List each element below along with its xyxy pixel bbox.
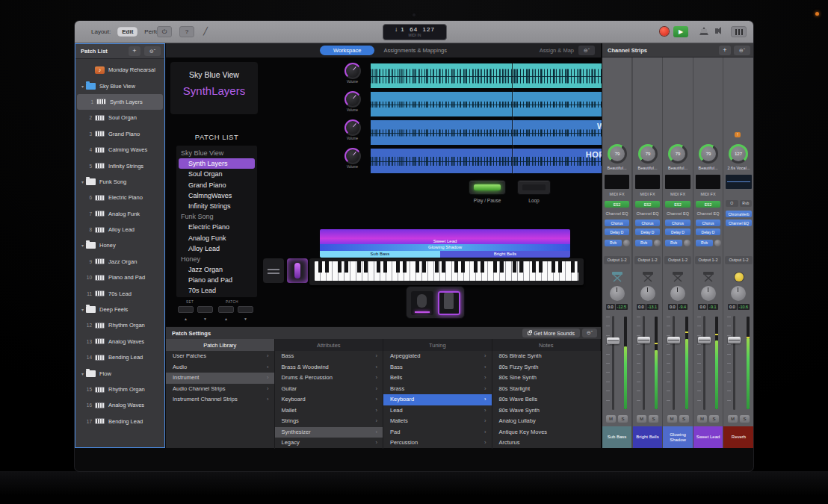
patch-row[interactable]: 13Analog Waves [75, 334, 164, 349]
mute-button[interactable]: M [728, 415, 738, 423]
send-slot[interactable]: Rvb [605, 239, 630, 246]
master-mute-icon[interactable] [715, 28, 718, 34]
instrument-slot[interactable]: ES2 [696, 201, 720, 208]
eq-thumbnail[interactable] [665, 175, 690, 189]
patch-row[interactable]: 14Bending Lead [75, 349, 164, 365]
send-knob[interactable] [684, 240, 690, 246]
audio-fx-slot[interactable]: Channel EQ [602, 211, 631, 216]
disclosure-icon[interactable]: ▾ [75, 371, 86, 376]
audio-fx-slot[interactable]: ChromaVerb [726, 211, 752, 217]
record-button[interactable] [660, 27, 669, 36]
library-item[interactable]: Instrument› [166, 373, 274, 384]
tab-workspace[interactable]: Workspace [320, 46, 374, 55]
set-row[interactable]: ▾Deep Feels [75, 302, 164, 317]
instrument-slot[interactable]: ES2 [635, 201, 660, 208]
audio-fx-slot[interactable]: Chorus [605, 220, 629, 226]
send-knob[interactable] [654, 240, 661, 246]
add-patch-button[interactable]: + [129, 46, 140, 56]
patch-row[interactable]: 3Grand Piano [75, 126, 164, 142]
volume-value[interactable]: 0.0 [637, 304, 646, 310]
list-item[interactable]: Jazz Organ [176, 264, 257, 275]
tab-patch-library[interactable]: Patch Library [166, 339, 275, 351]
list-item[interactable]: 70s Lead [176, 285, 257, 296]
tab-attributes[interactable]: Attributes [275, 339, 384, 351]
output-slot[interactable]: Output 1-2 [695, 256, 721, 264]
patch-row[interactable]: 12Rhythm Organ [75, 317, 164, 333]
eq-thumbnail[interactable] [726, 175, 752, 189]
library-item[interactable]: 80s Fizzy Synth [492, 362, 602, 373]
mute-button[interactable]: M [667, 415, 677, 423]
list-item[interactable]: Analog Funk [176, 233, 257, 243]
patch-row[interactable]: 5Infinity Strings [75, 158, 164, 173]
set-row[interactable]: ▾Funk Song [75, 174, 164, 190]
library-item[interactable]: Instrument Channel Strips› [166, 394, 274, 405]
audio-fx-slot[interactable]: Chorus [635, 220, 660, 226]
mod-wheel[interactable] [287, 258, 308, 283]
patch-settings-action-menu[interactable]: ⊖ˇ [582, 329, 597, 337]
disclosure-icon[interactable]: ▾ [75, 84, 86, 89]
patch-row[interactable]: 2Soul Organ [75, 110, 164, 125]
add-channel-strip-button[interactable]: + [719, 46, 731, 55]
library-item[interactable]: Arpeggiated› [383, 351, 492, 362]
library-item[interactable]: Analog Lullaby [492, 416, 602, 427]
patch-row[interactable]: 7Analog Funk [75, 206, 164, 222]
workspace-action-menu[interactable]: ⊖ˇ [578, 46, 595, 55]
set-row[interactable]: ▾Flow [75, 365, 164, 381]
send-slot[interactable]: Rvb [696, 239, 721, 246]
list-item[interactable]: Infinity Strings [176, 201, 257, 211]
solo-button[interactable]: S [740, 415, 750, 423]
list-item[interactable]: Grand Piano [176, 180, 257, 190]
library-item[interactable]: 80s Starlight [492, 384, 602, 395]
pan-knob[interactable] [640, 286, 655, 301]
sustain-pedal[interactable] [438, 291, 460, 315]
patch-row[interactable]: 15Rhythm Organ [75, 382, 164, 397]
tab-tuning[interactable]: Tuning [383, 339, 492, 351]
library-item[interactable]: Legacy› [275, 438, 383, 449]
output-slot[interactable]: Output 1-2 [604, 256, 630, 264]
smart-knob[interactable]: 79 [638, 144, 658, 164]
library-item[interactable]: Mallet› [275, 405, 383, 417]
library-item[interactable]: Audio Channel Strips› [166, 384, 274, 395]
channel-strip-view-button[interactable] [731, 26, 747, 37]
output-slot[interactable]: Output 1-2 [634, 256, 661, 264]
library-item[interactable]: Keyboard› [275, 394, 383, 405]
metronome-icon[interactable] [699, 27, 708, 35]
library-item[interactable]: Synthesizer› [275, 427, 383, 438]
patch-list-action-menu[interactable]: ⊖ˇ [144, 46, 161, 56]
audio-fx-slot[interactable]: Delay D [605, 228, 629, 235]
library-item[interactable]: Bass› [275, 351, 383, 362]
audio-fx-slot[interactable]: Channel EQ [633, 211, 662, 216]
fader[interactable] [602, 314, 631, 411]
eq-thumbnail[interactable] [696, 175, 720, 189]
tab-assignments-mappings[interactable]: Assignments & Mappings [383, 47, 447, 54]
pitch-wheel[interactable] [263, 258, 284, 283]
loop-button[interactable] [517, 180, 551, 195]
set-up-button[interactable] [197, 306, 213, 313]
solo-button[interactable]: S [679, 415, 689, 423]
library-item[interactable]: Guitar› [275, 384, 383, 395]
library-item[interactable]: Mallets› [383, 416, 492, 427]
library-item[interactable]: Brass & Woodwind› [275, 362, 383, 373]
send-knob[interactable] [623, 240, 630, 246]
audio-fx-slot[interactable]: Channel EQ [726, 220, 752, 226]
disclosure-icon[interactable]: ▾ [75, 243, 86, 248]
set-row[interactable]: ▾Honey [75, 237, 164, 253]
volume-knob[interactable]: Volume [336, 119, 368, 140]
instrument-slot[interactable]: ES2 [605, 201, 629, 208]
library-item[interactable]: 80s Wave Synth [492, 405, 602, 417]
patch-up-button[interactable] [238, 306, 253, 313]
fader[interactable] [633, 314, 662, 411]
input-button[interactable]: Rvb [740, 200, 753, 207]
library-item[interactable]: Bells› [383, 373, 492, 384]
send-knob[interactable] [714, 240, 721, 246]
audio-fx-slot[interactable]: Delay D [665, 228, 690, 235]
audio-fx-slot[interactable]: Delay D [696, 228, 720, 235]
pan-knob[interactable] [731, 286, 746, 301]
zone-glowing-shadow[interactable]: Glowing Shadow [320, 244, 570, 251]
instrument-slot[interactable]: ES2 [665, 201, 690, 208]
patch-row[interactable]: 17Bending Lead [75, 414, 164, 429]
keyboard[interactable] [309, 258, 584, 285]
patch-row[interactable]: 4Calming Waves [75, 142, 164, 158]
concert-row[interactable]: ♪Monday Rehearsal [75, 62, 164, 78]
patch-row[interactable]: 16Analog Waves [75, 397, 164, 413]
